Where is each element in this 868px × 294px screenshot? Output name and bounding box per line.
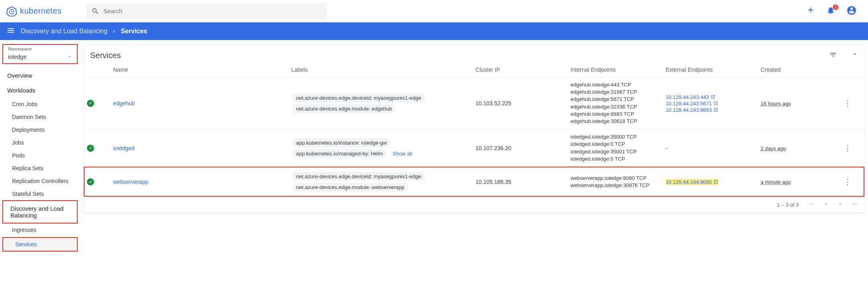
sidebar-workloads[interactable]: Workloads: [0, 83, 80, 98]
namespace-selector[interactable]: Namespace iotedge: [2, 44, 78, 64]
internal-endpoint: edgehub.iotedge:32336 TCP: [570, 103, 659, 111]
notifications-count: 2: [833, 4, 838, 10]
sidebar-item-services[interactable]: Services: [2, 237, 78, 252]
pager-first[interactable]: [808, 201, 815, 209]
col-name[interactable]: Name: [110, 62, 288, 77]
label-chip: app.kubernetes.io/managed-by: Helm: [292, 149, 387, 158]
brand-text: kubernetes: [20, 6, 62, 16]
service-row-webserverapp: ✓webserverappnet.azure-devices.edge.devi…: [84, 167, 864, 197]
created-time: 18 hours ago: [761, 101, 791, 107]
sidebar-item-replica-sets[interactable]: Replica Sets: [0, 162, 80, 175]
row-menu-button[interactable]: ⋮: [844, 144, 851, 152]
sidebar-item-ingresses[interactable]: Ingresses: [0, 224, 80, 236]
internal-endpoint: edgehub.iotedge:30618 TCP: [570, 118, 659, 125]
search-icon: [91, 7, 99, 15]
service-link[interactable]: edgehub: [113, 100, 135, 107]
notifications-button[interactable]: 2: [826, 6, 835, 16]
created-time: a minute ago: [761, 179, 791, 185]
sidebar-item-replication-controllers[interactable]: Replication Controllers: [0, 175, 80, 187]
internal-endpoint: webserverapp.iotedge:30976 TCP: [570, 182, 659, 189]
cluster-ip: 10.103.52.225: [472, 77, 567, 129]
kubernetes-logo-icon: [6, 6, 17, 16]
sidebar-item-daemon-sets[interactable]: Daemon Sets: [0, 111, 80, 123]
collapse-icon[interactable]: [852, 51, 858, 60]
sidebar-item-jobs[interactable]: Jobs: [0, 136, 80, 149]
internal-endpoint: edgehub.iotedge:8883 TCP: [570, 111, 659, 118]
namespace-label: Namespace: [8, 46, 72, 51]
chevron-down-icon: [67, 54, 72, 60]
filter-icon[interactable]: [829, 51, 837, 60]
internal-endpoint: edgehub.iotedge:31987 TCP: [570, 89, 659, 96]
internal-endpoint: iotedged.iotedge:0 TCP: [570, 155, 659, 163]
service-link[interactable]: webserverapp: [113, 179, 148, 185]
col-eep[interactable]: External Endpoints: [663, 62, 757, 77]
card-title: Services: [90, 51, 829, 60]
namespace-value: iotedge: [8, 54, 26, 60]
internal-endpoint: iotedged.iotedge:0 TCP: [570, 141, 659, 148]
sidebar-item-pods[interactable]: Pods: [0, 149, 80, 162]
external-endpoint-link[interactable]: 10.128.44.243:8883: [666, 107, 719, 113]
label-chip: net.azure-devices.edge.module: webserver…: [292, 183, 408, 192]
topbar-actions: 2: [806, 5, 862, 17]
main-content: Services Name: [80, 40, 868, 260]
internal-endpoint: iotedged.iotedge:35001 TCP: [570, 148, 659, 155]
chevron-right-icon: ›: [113, 28, 115, 35]
col-iep[interactable]: Internal Endpoints: [567, 62, 662, 77]
cluster-ip: 10.107.236.20: [472, 129, 567, 167]
sidebar-item-stateful-sets[interactable]: Stateful Sets: [0, 187, 80, 200]
services-table: Name Labels Cluster IP Internal Endpoint…: [84, 62, 864, 197]
status-ok-icon: ✓: [87, 178, 94, 185]
external-endpoint-none: -: [666, 145, 668, 151]
sidebar-item-cron-jobs[interactable]: Cron Jobs: [0, 98, 80, 111]
pager: 1 – 3 of 3: [84, 197, 864, 213]
pager-prev[interactable]: [823, 201, 829, 209]
service-row-edgehub: ✓edgehubnet.azure-devices.edge.deviceid:…: [84, 77, 864, 129]
show-all-labels[interactable]: Show all: [393, 151, 412, 157]
search-input[interactable]: [103, 8, 322, 14]
logo[interactable]: kubernetes: [6, 6, 87, 16]
topbar: kubernetes 2: [0, 0, 868, 22]
service-link[interactable]: iotedged: [113, 145, 135, 151]
sidebar: Namespace iotedge Overview Workloads Cro…: [0, 40, 80, 260]
external-endpoint-link[interactable]: 10.128.44.244:8080: [666, 179, 719, 185]
pager-range: 1 – 3 of 3: [777, 202, 799, 208]
services-card: Services Name: [83, 45, 865, 213]
label-chip: app.kubernetes.io/instance: iotedge-gw: [292, 138, 391, 147]
pager-last[interactable]: [852, 201, 858, 209]
col-cip[interactable]: Cluster IP: [472, 62, 567, 77]
internal-endpoint: edgehub.iotedge:5671 TCP: [570, 96, 659, 103]
col-created[interactable]: Created: [757, 62, 841, 77]
label-chip: net.azure-devices.edge.deviceid: myasegp…: [292, 93, 425, 103]
svg-point-2: [11, 11, 12, 12]
label-chip: net.azure-devices.edge.module: edgehub: [292, 104, 396, 113]
internal-endpoint: iotedged.iotedge:35000 TCP: [570, 133, 659, 141]
breadcrumb-page: Services: [121, 28, 147, 35]
external-endpoint-link[interactable]: 10.128.44.243:443: [666, 94, 715, 100]
status-ok-icon: ✓: [87, 145, 94, 152]
sidebar-dlb[interactable]: Discovery and Load Balancing: [2, 200, 78, 224]
created-time: 2 days ago: [761, 145, 786, 151]
menu-icon[interactable]: [6, 26, 15, 36]
external-endpoint-link[interactable]: 10.128.44.243:5671: [666, 101, 719, 107]
sidebar-overview[interactable]: Overview: [0, 68, 80, 83]
cluster-ip: 10.105.186.35: [472, 167, 567, 197]
row-menu-button[interactable]: ⋮: [844, 99, 851, 107]
search-box[interactable]: [87, 3, 327, 19]
internal-endpoint: webserverapp.iotedge:8080 TCP: [570, 175, 659, 182]
pager-next[interactable]: [837, 201, 844, 209]
label-chip: net.azure-devices.edge.deviceid: myasegp…: [292, 172, 425, 181]
col-labels[interactable]: Labels: [288, 62, 472, 77]
service-row-iotedged: ✓iotedgedapp.kubernetes.io/instance: iot…: [84, 129, 864, 167]
breadcrumb: Discovery and Load Balancing › Services: [0, 22, 868, 40]
create-button[interactable]: [806, 6, 815, 17]
account-button[interactable]: [846, 5, 857, 17]
internal-endpoint: edgehub.iotedge:443 TCP: [570, 81, 659, 89]
breadcrumb-section[interactable]: Discovery and Load Balancing: [21, 28, 107, 35]
row-menu-button[interactable]: ⋮: [844, 178, 851, 186]
sidebar-item-deployments[interactable]: Deployments: [0, 123, 80, 136]
status-ok-icon: ✓: [87, 100, 94, 107]
